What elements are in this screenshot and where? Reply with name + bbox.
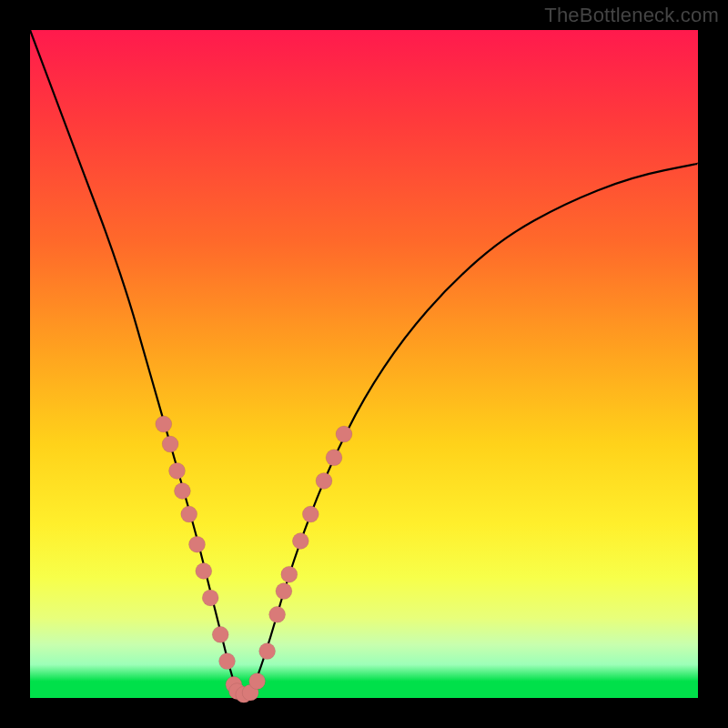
curve-marker <box>276 583 292 600</box>
curve-marker <box>212 626 228 642</box>
curve-marker <box>181 506 197 522</box>
curve-marker <box>162 436 178 452</box>
curve-marker <box>202 590 218 606</box>
curve-marker <box>196 563 212 580</box>
curve-marker <box>189 536 206 552</box>
curve-marker <box>316 472 332 489</box>
plot-area <box>30 30 698 698</box>
curve-marker <box>336 426 352 442</box>
marker-group <box>156 416 352 703</box>
curve-marker <box>281 566 298 582</box>
curve-marker <box>174 483 190 500</box>
bottleneck-curve <box>30 30 698 696</box>
watermark-text: TheBottleneck.com <box>544 4 719 27</box>
curve-marker <box>169 462 186 479</box>
curve-layer <box>30 30 698 698</box>
curve-marker <box>302 506 318 522</box>
chart-frame: TheBottleneck.com <box>0 0 728 728</box>
curve-marker <box>219 653 236 670</box>
curve-marker <box>292 533 308 550</box>
curve-marker <box>156 416 172 432</box>
curve-marker <box>259 643 276 660</box>
curve-marker <box>326 450 342 466</box>
curve-marker <box>249 673 266 690</box>
curve-marker <box>269 606 286 622</box>
